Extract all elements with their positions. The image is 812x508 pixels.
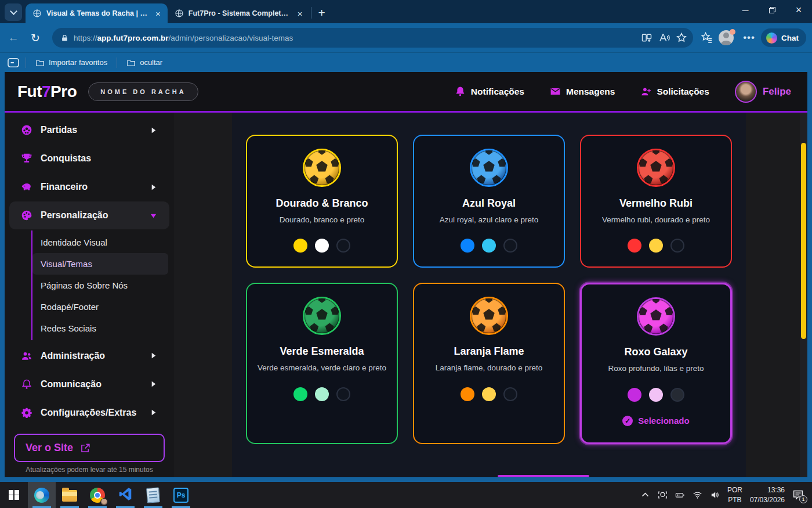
theme-description: Laranja flame, dourado e preto — [423, 362, 555, 374]
theme-card-dourado-branco[interactable]: Dourado & Branco Dourado, branco e preto — [246, 135, 398, 268]
theme-card-verde-esmeralda[interactable]: Verde Esmeralda Verde esmeralda, verde c… — [246, 283, 398, 444]
split-screen-icon[interactable] — [641, 32, 652, 44]
tray-teams-icon[interactable] — [658, 490, 668, 500]
theme-color-dots — [255, 239, 389, 253]
sidebar-item-partidas[interactable]: Partidas — [9, 116, 169, 145]
clock[interactable]: 13:3607/03/2026 — [750, 485, 785, 504]
tray-battery-icon[interactable] — [675, 490, 685, 500]
sidebar-item-conquistas[interactable]: Conquistas — [9, 145, 169, 173]
copilot-chat-button[interactable]: Chat — [761, 28, 806, 47]
color-dot — [503, 239, 517, 253]
user-menu[interactable]: Felipe — [735, 81, 791, 103]
color-dot — [649, 239, 663, 253]
browser-toolbar: ← ↻ https://app.fut7pro.com.br/admin/per… — [0, 23, 812, 52]
taskbar-chrome[interactable] — [84, 482, 111, 508]
more-menu-button[interactable]: ••• — [740, 32, 759, 44]
caret-right-icon — [149, 126, 158, 135]
taskbar-edge[interactable] — [28, 482, 56, 508]
language-indicator[interactable]: PORPTB — [727, 485, 742, 504]
caret-right-icon — [149, 183, 158, 192]
submenu-item-identidade-visual[interactable]: Identidade Visual — [32, 232, 168, 253]
theme-card-azul-royal[interactable]: Azul Royal Azul royal, azul claro e pret… — [413, 135, 565, 268]
back-button[interactable]: ← — [3, 28, 23, 48]
browser-profile-avatar[interactable] — [719, 30, 734, 45]
tray-volume-icon[interactable] — [710, 490, 720, 500]
theme-card-vermelho-rubi[interactable]: Vermelho Rubi Vermelho rubi, dourado e p… — [580, 135, 732, 268]
tray-wifi-icon[interactable] — [693, 490, 702, 500]
tab-search-button[interactable] — [5, 3, 22, 21]
lock-icon — [60, 34, 69, 42]
envelope-icon — [550, 86, 561, 97]
theme-description: Vermelho rubi, dourado e preto — [590, 214, 722, 226]
read-aloud-icon[interactable] — [658, 32, 670, 44]
notepad-icon — [146, 487, 160, 503]
bookmark-label: Importar favoritos — [49, 58, 107, 67]
browser-tab-inactive[interactable]: Fut7Pro - Sistema Completo para F × — [168, 3, 310, 23]
sidebar-item-comunicacao[interactable]: Comunicação — [9, 370, 169, 398]
submenu-item-visual-temas[interactable]: Visual/Temas — [32, 253, 168, 275]
profile-status-dot — [730, 29, 735, 35]
sidebar-item-personalizacao[interactable]: Personalização — [9, 201, 169, 230]
app-logo[interactable]: Fut7Pro — [17, 82, 77, 101]
admin-sidebar: Partidas Conquistas Financeiro Pe — [5, 113, 174, 477]
web-page: Fut7Pro NOME DO RACHA Notificações Mensa… — [0, 72, 812, 482]
color-dot — [336, 239, 350, 253]
start-button[interactable] — [0, 482, 28, 508]
horizontal-scrollbar[interactable] — [498, 475, 589, 477]
taskbar-vscode[interactable] — [111, 482, 139, 508]
taskbar-file-explorer[interactable] — [56, 482, 84, 508]
minimize-button[interactable]: ─ — [732, 0, 759, 20]
notifications-button[interactable]: Notificações — [455, 86, 524, 97]
theme-name: Dourado & Branco — [255, 197, 389, 210]
close-button[interactable]: × — [785, 0, 812, 20]
theme-description: Dourado, branco e preto — [256, 214, 388, 226]
tab-close-icon[interactable]: × — [154, 9, 162, 19]
submenu-item-paginas-sobre-nos[interactable]: Páginas do Sobre Nós — [32, 275, 168, 296]
photoshop-icon: Ps — [173, 488, 188, 503]
tray-chevron-up-icon[interactable] — [640, 490, 650, 500]
tab-close-icon[interactable]: × — [296, 9, 304, 19]
submenu-item-redes-sociais[interactable]: Redes Sociais — [32, 318, 168, 339]
notification-center-button[interactable]: 1 — [792, 489, 805, 501]
restore-button[interactable] — [759, 0, 785, 20]
favorites-list-icon[interactable] — [700, 31, 713, 44]
color-dot — [461, 387, 474, 401]
scrollbar-track[interactable] — [800, 113, 807, 477]
theme-card-roxo-galaxy[interactable]: Roxo Galaxy Roxo profundo, lilas e preto… — [580, 283, 732, 444]
sidebar-item-administracao[interactable]: Administração — [9, 341, 169, 370]
submenu-item-rodape-footer[interactable]: Rodapé/Footer — [32, 296, 168, 318]
sidebar-item-financeiro[interactable]: Financeiro — [9, 173, 169, 201]
url-text[interactable]: https://app.fut7pro.com.br/admin/persona… — [74, 34, 636, 42]
address-bar[interactable]: https://app.fut7pro.com.br/admin/persona… — [52, 28, 693, 48]
theme-description: Roxo profundo, lilas e preto — [590, 363, 722, 374]
view-site-button[interactable]: Ver o Site — [14, 434, 165, 462]
theme-cards-grid: Dourado & Branco Dourado, branco e preto… — [232, 113, 746, 466]
sidebar-toggle-icon[interactable] — [7, 57, 20, 68]
theme-description: Verde esmeralda, verde claro e preto — [256, 362, 388, 374]
bookmark-ocultar[interactable]: ocultar — [123, 56, 166, 69]
theme-color-dots — [422, 239, 556, 253]
browser-window: Visual & Temas do Racha | Fut7Pro × Fut7… — [0, 0, 812, 482]
theme-card-laranja-flame[interactable]: Laranja Flame Laranja flame, dourado e p… — [413, 283, 565, 444]
browser-titlebar: Visual & Temas do Racha | Fut7Pro × Fut7… — [0, 0, 812, 23]
messages-button[interactable]: Mensagens — [550, 86, 615, 97]
browser-tab-active[interactable]: Visual & Temas do Racha | Fut7Pro × — [26, 3, 168, 23]
theme-color-dots — [589, 239, 723, 253]
taskbar-notepad[interactable] — [139, 482, 167, 508]
new-tab-button[interactable]: + — [318, 6, 325, 20]
check-circle-icon: ✓ — [622, 416, 633, 426]
taskbar-photoshop[interactable]: Ps — [167, 482, 195, 508]
color-dot — [482, 239, 496, 253]
bookmark-import-favorites[interactable]: Importar favoritos — [32, 56, 111, 69]
soccer-ball-icon — [21, 124, 32, 136]
notifications-label: Notificações — [471, 87, 524, 97]
refresh-button[interactable]: ↻ — [26, 28, 45, 48]
add-favorite-star-icon[interactable] — [676, 32, 687, 44]
scrollbar-thumb[interactable] — [801, 143, 806, 339]
windows-logo-icon — [9, 490, 19, 500]
chrome-profile-badge — [100, 498, 108, 506]
requests-button[interactable]: Solicitações — [640, 86, 709, 97]
color-dot — [315, 387, 329, 401]
folder-icon — [35, 58, 45, 67]
sidebar-item-configuracoes-extras[interactable]: Configurações/Extras — [9, 398, 169, 427]
